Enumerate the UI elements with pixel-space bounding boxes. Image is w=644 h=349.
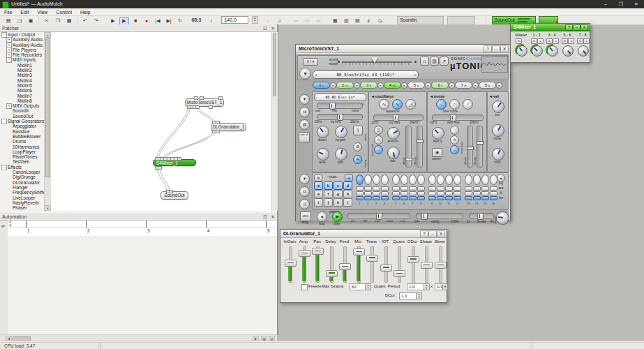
help-button[interactable]: ?	[484, 45, 492, 52]
patcher-canvas[interactable]: MicroTonicVST_1 DLGranulator_1 S4Mixer_1…	[51, 32, 277, 211]
automation-lanes[interactable]	[8, 236, 277, 334]
mixer-7-8-m-button[interactable]: m	[577, 38, 583, 44]
dl-quant-slider[interactable]	[394, 270, 405, 277]
quant-period-spinner[interactable]: ▲▼	[424, 283, 430, 290]
preset-export-icon[interactable]: ↗	[440, 57, 449, 66]
step-12-trig[interactable]	[454, 174, 461, 185]
tree-item-phaser[interactable]: Phaser	[0, 205, 44, 210]
node-port[interactable]	[216, 130, 220, 133]
mixer-5-6-m-button[interactable]: m	[562, 38, 568, 44]
step-3-acc[interactable]	[373, 186, 380, 191]
chevron-down-icon[interactable]: ▼	[442, 284, 447, 290]
tree-item-file-recorders[interactable]: +File Recorders	[0, 52, 44, 57]
tree-item-pulsecomb[interactable]: PulseComb	[0, 210, 44, 211]
pin-icon[interactable]: ⊡	[263, 25, 267, 31]
step-6-acc[interactable]	[400, 186, 408, 191]
tree-item-arpeggiator[interactable]: Arpeggiator	[0, 124, 44, 128]
step-9-acc[interactable]	[428, 186, 436, 191]
copy-channel-icon[interactable]: ⧉	[299, 107, 310, 117]
pitch-mod-2-button[interactable]: ∿	[374, 135, 383, 144]
channel-1-button[interactable]: 1 c	[313, 82, 330, 89]
pattern-h-button[interactable]: h	[343, 190, 352, 198]
osc-wave-1-button[interactable]: ∿	[392, 99, 403, 110]
close-button[interactable]: ✕	[500, 45, 509, 52]
choke-button[interactable]: ⌇	[353, 126, 363, 135]
tree-item-midiin5[interactable]: MidiIn5	[0, 83, 44, 88]
step-15-trig[interactable]	[481, 174, 489, 185]
tree-item-rissettones[interactable]: RissetTones	[0, 154, 44, 159]
osc-wave-0-button[interactable]: ∿	[379, 99, 389, 110]
mixer-Master-knob[interactable]	[516, 45, 527, 57]
tree-item-effects[interactable]: -Effects	[0, 165, 44, 170]
toggle-properties-icon[interactable]: ♯	[364, 17, 373, 25]
close-button[interactable]: ✕	[437, 230, 445, 237]
step-15-fil[interactable]	[481, 191, 489, 195]
quant-period-input[interactable]: 1.0	[407, 283, 425, 290]
filter-freq-slider[interactable]	[432, 114, 484, 121]
channel-7-mute-button[interactable]: m	[472, 82, 479, 89]
tree-item-signal-generators[interactable]: -Signal Generators	[0, 119, 44, 124]
automation-follow-icon[interactable]: ⇄	[1, 223, 5, 228]
tree-item-canonlooper[interactable]: CanonLooper	[0, 170, 44, 174]
pattern-c-button[interactable]: c	[334, 181, 343, 190]
step-14-trig[interactable]	[473, 174, 481, 185]
preset-next-icon[interactable]: ▷	[414, 71, 417, 78]
pan-knob[interactable]	[335, 148, 347, 161]
tree-item-midiin7[interactable]: MidiIn7	[0, 94, 44, 98]
step-4-acc[interactable]	[381, 186, 389, 191]
channel-1-mute-button[interactable]: m	[330, 82, 336, 89]
step-12-acc[interactable]	[454, 186, 461, 191]
step-8-len[interactable]	[417, 196, 425, 200]
noise-decay-slider[interactable]	[477, 126, 483, 168]
envelope-2-button[interactable]: ∧	[450, 135, 459, 144]
step-10-len[interactable]	[437, 196, 444, 200]
pattern-g-button[interactable]: g	[334, 190, 343, 198]
step-2-fil[interactable]	[364, 191, 372, 195]
tree-scrollbar[interactable]: ▲ ▼	[44, 32, 51, 211]
close-panel-icon[interactable]: ✕	[271, 214, 275, 220]
node-port[interactable]	[218, 96, 223, 100]
channel-8-mute-button[interactable]: m	[496, 82, 502, 89]
step-13-fil[interactable]	[465, 191, 472, 195]
pattern-d-button[interactable]: d	[343, 181, 352, 190]
envelope-3-button[interactable]: ◞	[450, 145, 459, 154]
channel-2-button[interactable]: 2 ca	[336, 82, 354, 89]
tree-item-midiin8[interactable]: MidiIn8	[0, 98, 44, 103]
step-1-len[interactable]	[356, 196, 364, 200]
step-3-trig[interactable]	[373, 174, 380, 185]
mix-slider[interactable]	[317, 103, 363, 109]
chain-prev-button[interactable]: ≣	[314, 174, 322, 181]
dl-amp-slider[interactable]	[299, 250, 310, 257]
minimize-button[interactable]: –	[573, 24, 581, 31]
preset-prev-icon[interactable]: ◁	[315, 71, 317, 78]
step-11-acc[interactable]	[445, 186, 453, 191]
scroll-up-icon[interactable]: ▲	[45, 32, 51, 38]
pitch-mod-1-button[interactable]: ▒	[374, 126, 383, 135]
tempo-spinner[interactable]: ▲▼	[252, 16, 258, 24]
tree-item-file-players[interactable]: +File Players	[0, 47, 44, 52]
preset-prev-icon[interactable]: ◂	[315, 94, 317, 101]
play-button[interactable]: ▶	[332, 211, 343, 222]
tempo-input[interactable]: 140.0	[221, 16, 248, 24]
s4mixer-titlebar[interactable]: S4Mixer_1 ? – ✕	[511, 24, 590, 31]
node-port[interactable]	[158, 166, 162, 170]
morph-thumb[interactable]	[371, 57, 378, 63]
tree-item-nastyreverb[interactable]: NastyReverb	[0, 200, 44, 205]
node-soundout[interactable]: SoundOut	[160, 191, 188, 200]
pattern-f-button[interactable]: f	[324, 190, 333, 198]
step-9-len[interactable]	[428, 196, 436, 200]
filter-mode-0-button[interactable]: ◟	[436, 99, 447, 110]
rate-knob[interactable]	[387, 147, 400, 159]
tree-item-flanger[interactable]: Flanger	[0, 185, 44, 190]
node-port[interactable]	[195, 105, 200, 109]
mixer-7-8-s-button[interactable]: s	[583, 38, 590, 44]
edit-menu-icon[interactable]: ▼	[299, 94, 310, 105]
tree-item-soundin[interactable]: SoundIn	[0, 108, 44, 113]
dl-feed-slider[interactable]	[339, 263, 351, 270]
tree-item-midiin4[interactable]: MidiIn4	[0, 78, 44, 83]
channel-2-mute-button[interactable]: m	[354, 82, 360, 89]
menu-view[interactable]: View	[33, 8, 52, 16]
step-15-acc[interactable]	[481, 186, 489, 191]
pattern-k-button[interactable]: k	[334, 198, 343, 207]
step-6-fil[interactable]	[400, 191, 408, 195]
